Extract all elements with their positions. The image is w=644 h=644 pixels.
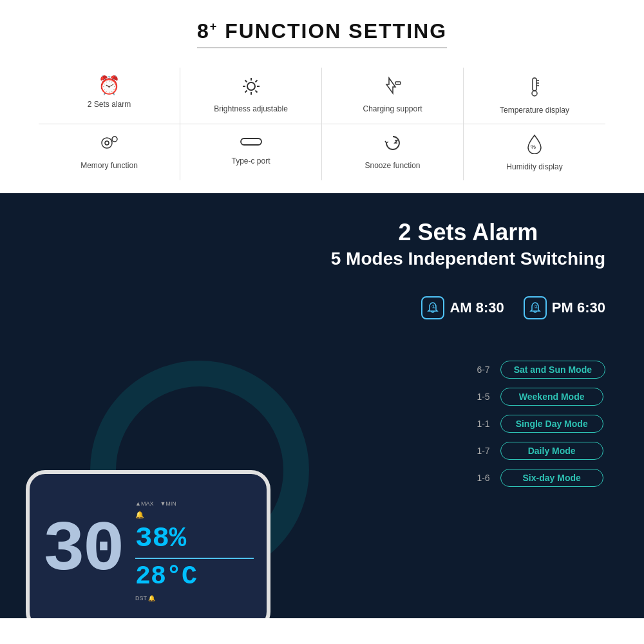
alarm-bell-2: ② xyxy=(524,296,547,319)
brightness-icon xyxy=(242,77,261,99)
feature-typec: Type-c port xyxy=(180,124,322,180)
mode-range-0: 6-7 xyxy=(471,365,490,375)
mode-range-4: 1-6 xyxy=(471,473,490,483)
svg-line-6 xyxy=(255,91,257,93)
bell-indicator: 🔔 xyxy=(135,511,144,519)
humidity-icon: % xyxy=(526,133,543,157)
clock-device: 30 ▲MAX ▼MIN 🔔 38% 28°C DST 🔔 xyxy=(26,470,270,618)
humidity-value: 38% xyxy=(135,524,186,553)
mode-row-0: 6-7 Sat and Sun Mode xyxy=(471,361,605,379)
title-underline xyxy=(197,47,447,48)
typec-label: Type-c port xyxy=(231,156,270,166)
mode-row-2: 1-1 Single Day Mode xyxy=(471,415,605,433)
charging-label: Charging support xyxy=(363,104,422,113)
mode-range-1: 1-5 xyxy=(471,392,490,402)
mode-range-2: 1-1 xyxy=(471,419,490,429)
snooze-icon xyxy=(383,133,402,156)
bottom-section: 2 Sets Alarm 5 Modes Independent Switchi… xyxy=(0,193,644,618)
svg-line-5 xyxy=(245,80,247,82)
svg-text:%: % xyxy=(531,144,536,150)
typec-icon xyxy=(240,133,263,151)
mode-range-3: 1-7 xyxy=(471,446,490,456)
divider-line xyxy=(135,558,254,559)
max-label: ▲MAX xyxy=(135,500,153,507)
mode-row-3: 1-7 Daily Mode xyxy=(471,442,605,460)
humidity-label: Humidity display xyxy=(506,162,562,171)
feature-temperature: Temperature display xyxy=(464,68,605,124)
svg-rect-9 xyxy=(395,82,401,84)
alarm-badge-1: ① AM 8:30 xyxy=(421,296,504,319)
alarm-time-2: PM 6:30 xyxy=(552,299,605,316)
svg-line-7 xyxy=(255,80,257,82)
feature-memory: Memory function xyxy=(39,124,180,180)
modes-list: 6-7 Sat and Sun Mode 1-5 Weekend Mode 1-… xyxy=(471,361,605,487)
svg-point-16 xyxy=(105,141,109,145)
mode-row-4: 1-6 Six-day Mode xyxy=(471,469,605,487)
title-suffix: FUNCTION SETTING xyxy=(225,19,447,43)
svg-rect-19 xyxy=(241,138,261,145)
feature-alarm: ⏰ 2 Sets alarm xyxy=(39,68,180,124)
alarm-label: 2 Sets alarm xyxy=(88,100,131,109)
alarm-title: 2 Sets Alarm xyxy=(331,219,605,246)
temperature-icon xyxy=(527,77,542,100)
charging-icon xyxy=(384,77,402,99)
temperature-value: 28°C xyxy=(135,564,197,590)
alarm-bell-1: ① xyxy=(421,296,444,319)
alarm-time-1: AM 8:30 xyxy=(450,299,504,316)
alarm-icon: ⏰ xyxy=(98,77,120,95)
mode-badge-1: Weekend Mode xyxy=(500,388,603,406)
min-label: ▼MIN xyxy=(160,500,176,507)
memory-icon xyxy=(99,133,120,156)
svg-point-15 xyxy=(102,138,112,148)
svg-point-17 xyxy=(112,137,117,142)
main-title: 8+ FUNCTION SETTING xyxy=(197,19,447,48)
big-time-digits: 30 xyxy=(43,515,122,586)
alarm-header: 2 Sets Alarm 5 Modes Independent Switchi… xyxy=(331,219,605,269)
mode-badge-3: Daily Mode xyxy=(500,442,603,460)
mode-badge-4: Six-day Mode xyxy=(500,469,603,487)
svg-line-8 xyxy=(245,91,247,93)
clock-big-display: 30 xyxy=(43,515,122,586)
feature-brightness: Brightness adjustable xyxy=(180,68,322,124)
features-grid: ⏰ 2 Sets alarm Brightness adjustable xyxy=(39,68,605,180)
top-section: 8+ FUNCTION SETTING ⏰ 2 Sets alarm xyxy=(0,0,644,193)
mode-badge-0: Sat and Sun Mode xyxy=(500,361,605,379)
title-number: 8 xyxy=(197,19,210,43)
temperature-label: Temperature display xyxy=(500,106,569,115)
brightness-label: Brightness adjustable xyxy=(214,104,288,113)
alarm-badge-2: ② PM 6:30 xyxy=(524,296,605,319)
mode-badge-2: Single Day Mode xyxy=(500,415,603,433)
feature-charging: Charging support xyxy=(322,68,464,124)
memory-label: Memory function xyxy=(80,161,138,170)
mode-row-1: 1-5 Weekend Mode xyxy=(471,388,605,406)
min-max-row: ▲MAX ▼MIN xyxy=(135,500,176,507)
svg-line-18 xyxy=(111,141,112,142)
svg-point-0 xyxy=(247,82,255,90)
snooze-label: Snooze function xyxy=(365,161,420,170)
svg-text:②: ② xyxy=(534,304,538,310)
dst-indicator: DST 🔔 xyxy=(135,595,155,601)
svg-text:①: ① xyxy=(431,304,436,310)
alarm-times-row: ① AM 8:30 ② PM 6:30 xyxy=(421,296,605,319)
title-row: 8+ FUNCTION SETTING xyxy=(39,19,605,48)
feature-snooze: Snooze function xyxy=(322,124,464,180)
feature-humidity: % Humidity display xyxy=(464,124,605,180)
alarm-subtitle: 5 Modes Independent Switching xyxy=(331,249,605,269)
title-sup: + xyxy=(210,20,218,33)
svg-point-11 xyxy=(532,91,537,96)
clock-right-panel: ▲MAX ▼MIN 🔔 38% 28°C DST 🔔 xyxy=(129,500,254,601)
svg-rect-10 xyxy=(533,78,536,91)
